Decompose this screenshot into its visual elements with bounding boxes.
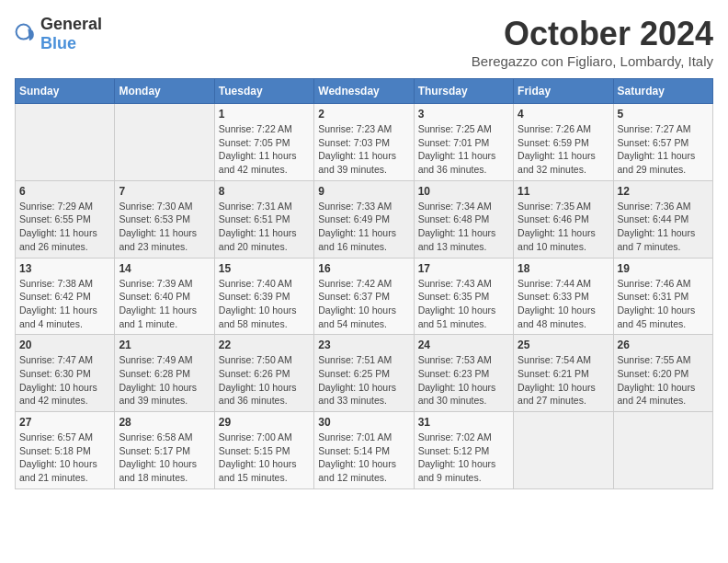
calendar-cell: 21Sunrise: 7:49 AMSunset: 6:28 PMDayligh… [115,335,214,412]
day-detail: Sunrise: 7:30 AMSunset: 6:53 PMDaylight:… [119,200,210,254]
calendar-cell: 13Sunrise: 7:38 AMSunset: 6:42 PMDayligh… [16,258,115,335]
weekday-header-cell: Friday [514,79,613,104]
day-detail: Sunrise: 7:35 AMSunset: 6:46 PMDaylight:… [518,200,609,254]
day-detail: Sunrise: 7:46 AMSunset: 6:31 PMDaylight:… [618,277,709,331]
month-title: October 2024 [472,15,713,53]
day-number: 13 [19,262,110,275]
day-detail: Sunrise: 7:42 AMSunset: 6:37 PMDaylight:… [318,277,409,331]
day-detail: Sunrise: 7:50 AMSunset: 6:26 PMDaylight:… [219,353,310,408]
weekday-header-cell: Saturday [613,79,712,104]
day-detail: Sunrise: 6:58 AMSunset: 5:17 PMDaylight:… [119,431,210,485]
logo-text-blue: Blue [40,34,76,52]
weekday-header-cell: Sunday [16,79,115,104]
calendar-cell: 10Sunrise: 7:34 AMSunset: 6:48 PMDayligh… [414,180,513,258]
day-number: 23 [318,339,409,351]
calendar-cell: 24Sunrise: 7:53 AMSunset: 6:23 PMDayligh… [414,335,513,412]
calendar-cell [16,104,115,181]
calendar-cell: 5Sunrise: 7:27 AMSunset: 6:57 PMDaylight… [613,104,712,181]
calendar-cell [613,412,712,489]
day-detail: Sunrise: 7:54 AMSunset: 6:21 PMDaylight:… [518,353,609,408]
weekday-header-cell: Monday [115,79,214,104]
calendar-cell: 1Sunrise: 7:22 AMSunset: 7:05 PMDaylight… [214,104,313,181]
weekday-header-cell: Thursday [414,79,513,104]
weekday-header-cell: Wednesday [314,79,414,104]
calendar-week-row: 13Sunrise: 7:38 AMSunset: 6:42 PMDayligh… [16,258,713,335]
day-number: 17 [418,262,509,275]
day-detail: Sunrise: 7:38 AMSunset: 6:42 PMDaylight:… [19,277,110,331]
calendar-cell: 23Sunrise: 7:51 AMSunset: 6:25 PMDayligh… [314,335,414,412]
calendar-cell: 8Sunrise: 7:31 AMSunset: 6:51 PMDaylight… [214,180,313,258]
logo-text-general: General [40,15,102,33]
calendar-week-row: 1Sunrise: 7:22 AMSunset: 7:05 PMDaylight… [16,104,713,181]
calendar-week-row: 20Sunrise: 7:47 AMSunset: 6:30 PMDayligh… [16,335,713,412]
day-detail: Sunrise: 6:57 AMSunset: 5:18 PMDaylight:… [19,431,110,485]
day-number: 20 [19,339,110,351]
day-number: 27 [19,416,110,429]
day-detail: Sunrise: 7:29 AMSunset: 6:55 PMDaylight:… [19,200,110,254]
day-detail: Sunrise: 7:26 AMSunset: 6:59 PMDaylight:… [518,122,609,177]
weekday-header-row: SundayMondayTuesdayWednesdayThursdayFrid… [16,79,713,104]
calendar-cell: 20Sunrise: 7:47 AMSunset: 6:30 PMDayligh… [16,335,115,412]
calendar-cell: 14Sunrise: 7:39 AMSunset: 6:40 PMDayligh… [115,258,214,335]
calendar-cell: 18Sunrise: 7:44 AMSunset: 6:33 PMDayligh… [514,258,613,335]
calendar-cell: 2Sunrise: 7:23 AMSunset: 7:03 PMDaylight… [314,104,414,181]
day-number: 12 [618,185,709,198]
day-number: 14 [119,262,210,275]
calendar-cell: 16Sunrise: 7:42 AMSunset: 6:37 PMDayligh… [314,258,414,335]
weekday-header-cell: Tuesday [214,79,313,104]
day-number: 11 [518,185,609,198]
calendar-cell: 6Sunrise: 7:29 AMSunset: 6:55 PMDaylight… [16,180,115,258]
day-number: 28 [119,416,210,429]
day-detail: Sunrise: 7:51 AMSunset: 6:25 PMDaylight:… [318,353,409,408]
calendar-cell [514,412,613,489]
title-area: October 2024 Beregazzo con Figliaro, Lom… [472,15,713,69]
calendar-cell: 29Sunrise: 7:00 AMSunset: 5:15 PMDayligh… [214,412,313,489]
calendar-week-row: 27Sunrise: 6:57 AMSunset: 5:18 PMDayligh… [16,412,713,489]
day-detail: Sunrise: 7:53 AMSunset: 6:23 PMDaylight:… [418,353,509,408]
calendar-cell: 30Sunrise: 7:01 AMSunset: 5:14 PMDayligh… [314,412,414,489]
day-detail: Sunrise: 7:43 AMSunset: 6:35 PMDaylight:… [418,277,509,331]
day-number: 25 [518,339,609,351]
location-title: Beregazzo con Figliaro, Lombardy, Italy [472,53,713,69]
logo-icon [15,23,37,45]
calendar-cell: 31Sunrise: 7:02 AMSunset: 5:12 PMDayligh… [414,412,513,489]
calendar-cell: 19Sunrise: 7:46 AMSunset: 6:31 PMDayligh… [613,258,712,335]
calendar-cell: 26Sunrise: 7:55 AMSunset: 6:20 PMDayligh… [613,335,712,412]
day-number: 4 [518,108,609,121]
day-detail: Sunrise: 7:34 AMSunset: 6:48 PMDaylight:… [418,200,509,254]
day-number: 16 [318,262,409,275]
calendar-cell: 28Sunrise: 6:58 AMSunset: 5:17 PMDayligh… [115,412,214,489]
day-detail: Sunrise: 7:25 AMSunset: 7:01 PMDaylight:… [418,122,509,177]
calendar-cell: 25Sunrise: 7:54 AMSunset: 6:21 PMDayligh… [514,335,613,412]
calendar-week-row: 6Sunrise: 7:29 AMSunset: 6:55 PMDaylight… [16,180,713,258]
day-detail: Sunrise: 7:23 AMSunset: 7:03 PMDaylight:… [318,122,409,177]
day-detail: Sunrise: 7:31 AMSunset: 6:51 PMDaylight:… [219,200,310,254]
day-detail: Sunrise: 7:44 AMSunset: 6:33 PMDaylight:… [518,277,609,331]
day-number: 21 [119,339,210,351]
day-number: 19 [618,262,709,275]
day-detail: Sunrise: 7:01 AMSunset: 5:14 PMDaylight:… [318,431,409,485]
day-number: 30 [318,416,409,429]
day-number: 9 [318,185,409,198]
calendar-cell: 22Sunrise: 7:50 AMSunset: 6:26 PMDayligh… [214,335,313,412]
day-detail: Sunrise: 7:33 AMSunset: 6:49 PMDaylight:… [318,200,409,254]
day-number: 8 [219,185,310,198]
day-number: 5 [618,108,709,121]
calendar-cell: 7Sunrise: 7:30 AMSunset: 6:53 PMDaylight… [115,180,214,258]
calendar-body: 1Sunrise: 7:22 AMSunset: 7:05 PMDaylight… [16,104,713,489]
day-detail: Sunrise: 7:39 AMSunset: 6:40 PMDaylight:… [119,277,210,331]
day-number: 3 [418,108,509,121]
day-detail: Sunrise: 7:47 AMSunset: 6:30 PMDaylight:… [19,353,110,408]
day-number: 1 [219,108,310,121]
day-number: 18 [518,262,609,275]
calendar-cell: 27Sunrise: 6:57 AMSunset: 5:18 PMDayligh… [16,412,115,489]
day-detail: Sunrise: 7:27 AMSunset: 6:57 PMDaylight:… [618,122,709,177]
calendar-cell: 9Sunrise: 7:33 AMSunset: 6:49 PMDaylight… [314,180,414,258]
day-detail: Sunrise: 7:55 AMSunset: 6:20 PMDaylight:… [618,353,709,408]
day-number: 29 [219,416,310,429]
day-detail: Sunrise: 7:02 AMSunset: 5:12 PMDaylight:… [418,431,509,485]
calendar-table: SundayMondayTuesdayWednesdayThursdayFrid… [15,78,713,489]
calendar-cell: 4Sunrise: 7:26 AMSunset: 6:59 PMDaylight… [514,104,613,181]
day-number: 10 [418,185,509,198]
day-detail: Sunrise: 7:36 AMSunset: 6:44 PMDaylight:… [618,200,709,254]
